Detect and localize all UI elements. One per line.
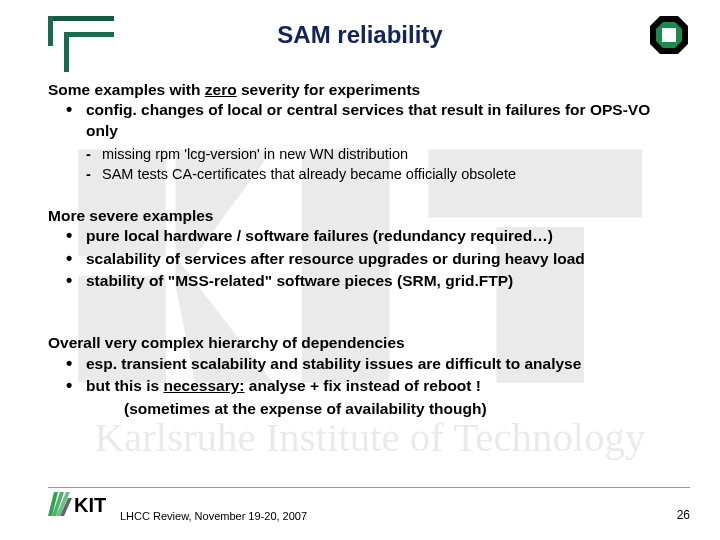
- section3-lead: Overall very complex hierarchy of depend…: [48, 333, 672, 353]
- list-item: pure local hardware / software failures …: [66, 226, 672, 246]
- list-item: scalability of services after resource u…: [66, 249, 672, 269]
- list-item: stability of "MSS-related" software piec…: [66, 271, 672, 291]
- section1-bullets: config. changes of local or central serv…: [66, 100, 672, 141]
- list-item: config. changes of local or central serv…: [66, 100, 672, 141]
- svg-text:Karlsruhe Institute of Technol: Karlsruhe Institute of Technology: [95, 415, 646, 460]
- section3-note: (sometimes at the expense of availabilit…: [124, 399, 672, 419]
- list-item: missing rpm 'lcg-version' in new WN dist…: [86, 145, 672, 164]
- slide-footer: KIT LHCC Review, November 19-20, 2007 26: [48, 487, 690, 522]
- list-item: but this is necessary: analyse + fix ins…: [66, 376, 672, 396]
- section1-lead: Some examples with zero severity for exp…: [48, 80, 672, 100]
- page-number: 26: [677, 508, 690, 522]
- kit-logo-icon: KIT: [48, 490, 106, 522]
- svg-text:KIT: KIT: [74, 494, 106, 516]
- svg-rect-10: [662, 28, 676, 42]
- footer-text: LHCC Review, November 19-20, 2007: [120, 510, 677, 522]
- list-item: esp. transient scalability and stability…: [66, 354, 672, 374]
- slide-body: Some examples with zero severity for exp…: [0, 70, 720, 419]
- section3-bullets: esp. transient scalability and stability…: [66, 354, 672, 397]
- list-item: SAM tests CA-certificates that already b…: [86, 165, 672, 184]
- slide-header: SAM reliability: [0, 0, 720, 70]
- section1-dashes: missing rpm 'lcg-version' in new WN dist…: [86, 145, 672, 184]
- octagon-logo-icon: [648, 14, 690, 56]
- section2-bullets: pure local hardware / software failures …: [66, 226, 672, 291]
- section2-lead: More severe examples: [48, 206, 672, 226]
